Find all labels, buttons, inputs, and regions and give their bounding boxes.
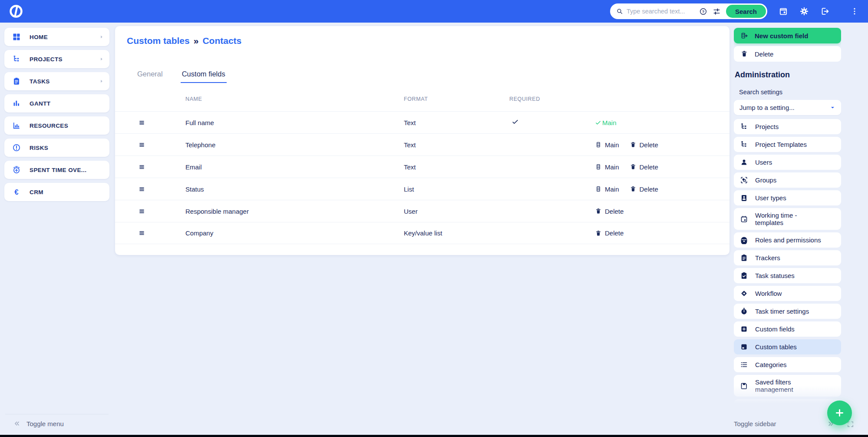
warning-circle-icon bbox=[12, 143, 21, 152]
admin-item-task-timer-settings[interactable]: Task timer settings bbox=[734, 304, 841, 319]
delete-button[interactable]: Delete bbox=[630, 141, 658, 149]
add-fab[interactable] bbox=[827, 401, 852, 425]
drag-handle-icon[interactable] bbox=[138, 141, 145, 149]
chevron-right-icon bbox=[99, 56, 104, 62]
trash-icon bbox=[740, 50, 748, 58]
tab-custom-fields[interactable]: Custom fields bbox=[181, 70, 227, 83]
svg-text:€: € bbox=[14, 188, 18, 196]
admin-item-label: Task statuses bbox=[755, 272, 795, 279]
tab-label: Custom fields bbox=[182, 70, 225, 78]
field-name: Full name bbox=[185, 119, 404, 126]
global-search: ? Search bbox=[610, 3, 767, 19]
drag-handle-icon[interactable] bbox=[138, 229, 145, 237]
main-button[interactable]: Main bbox=[595, 141, 619, 149]
search-button[interactable]: Search bbox=[726, 5, 766, 18]
toggle-menu[interactable]: Toggle menu bbox=[13, 420, 64, 427]
sidebar-item-gantt[interactable]: GANTT bbox=[4, 94, 109, 113]
chevron-right-icon bbox=[99, 34, 104, 40]
edge-toolbar bbox=[850, 30, 859, 110]
admin-item-label: Groups bbox=[755, 176, 776, 184]
exit-icon[interactable] bbox=[820, 7, 830, 16]
admin-item-default-filters[interactable]: Default filters bbox=[734, 399, 841, 408]
square-table-icon bbox=[740, 343, 748, 351]
sidebar-action-new-custom-field[interactable]: New custom field bbox=[734, 28, 841, 43]
trash-icon bbox=[595, 208, 602, 215]
admin-item-custom-tables[interactable]: Custom tables bbox=[734, 339, 841, 354]
dashboard-icon bbox=[12, 33, 21, 41]
sidebar-item-crm[interactable]: € CRM bbox=[4, 183, 109, 201]
window-edge bbox=[0, 435, 868, 437]
admin-item-workflow[interactable]: Workflow bbox=[734, 286, 841, 301]
field-name: Telephone bbox=[185, 141, 404, 149]
admin-item-label: Trackers bbox=[755, 254, 780, 262]
jump-to-setting-select[interactable]: Jump to a setting... bbox=[734, 100, 841, 115]
field-stack-icon bbox=[595, 185, 602, 192]
gear-icon[interactable] bbox=[799, 7, 809, 16]
admin-item-working-time-templates[interactable]: Working time - templates bbox=[734, 208, 841, 230]
drag-handle-icon[interactable] bbox=[138, 185, 145, 193]
kebab-menu-icon[interactable] bbox=[850, 7, 859, 16]
main-button[interactable]: Main bbox=[595, 163, 619, 171]
admin-item-project-templates[interactable]: Project Templates bbox=[734, 137, 841, 152]
admin-item-label: Roles and permissions bbox=[755, 236, 821, 244]
delete-button[interactable]: Delete bbox=[630, 185, 658, 193]
delete-button[interactable]: Delete bbox=[630, 163, 658, 171]
trash-icon bbox=[630, 141, 637, 148]
main-button[interactable]: Main bbox=[595, 185, 619, 193]
trash-icon bbox=[595, 230, 602, 237]
tune-icon[interactable] bbox=[713, 7, 721, 16]
toggle-sidebar[interactable]: Toggle sidebar bbox=[734, 420, 841, 428]
badge-icon bbox=[740, 194, 748, 202]
footer-divider bbox=[5, 414, 109, 414]
breadcrumb-parent[interactable]: Custom tables bbox=[127, 36, 190, 46]
field-format: Text bbox=[404, 141, 509, 149]
helmet-icon bbox=[740, 236, 748, 244]
sidebar-item-risks[interactable]: RISKS bbox=[4, 139, 109, 157]
app-logo[interactable] bbox=[9, 4, 23, 19]
admin-item-saved-filters-management[interactable]: Saved filters management bbox=[734, 375, 841, 397]
required-check-icon bbox=[512, 118, 519, 126]
table-row-object-object: Responsible manager User Delete bbox=[115, 200, 729, 222]
sidebar-action-delete[interactable]: Delete bbox=[734, 46, 841, 62]
admin-item-groups[interactable]: Groups bbox=[734, 172, 841, 188]
stopwatch-icon bbox=[740, 307, 748, 315]
sidebar-item-home[interactable]: HOME bbox=[4, 28, 109, 46]
admin-item-categories[interactable]: Categories bbox=[734, 357, 841, 372]
hierarchy-icon bbox=[12, 55, 21, 63]
admin-list: Projects Project Templates Users Groups … bbox=[734, 119, 841, 408]
sidebar-item-projects[interactable]: PROJECTS bbox=[4, 50, 109, 68]
top-bar: ? Search bbox=[0, 0, 868, 23]
help-icon[interactable]: ? bbox=[699, 7, 707, 16]
sidebar-item-spent-time-ove[interactable]: SPENT TIME OVE... bbox=[4, 161, 109, 179]
admin-item-roles-and-permissions[interactable]: Roles and permissions bbox=[734, 232, 841, 248]
sidebar-item-tasks[interactable]: TASKS bbox=[4, 72, 109, 90]
delete-button[interactable]: Delete bbox=[595, 229, 624, 237]
admin-item-users[interactable]: Users bbox=[734, 155, 841, 170]
jump-to-setting-value: Jump to a setting... bbox=[739, 104, 795, 111]
column-header-format: FORMAT bbox=[404, 96, 509, 102]
drag-handle-icon[interactable] bbox=[138, 208, 145, 215]
calendar-lines-icon bbox=[740, 215, 748, 223]
search-input[interactable] bbox=[623, 8, 696, 15]
list-lines-icon bbox=[740, 361, 748, 369]
sidebar-item-resources[interactable]: RESOURCES bbox=[4, 116, 109, 135]
admin-item-custom-fields[interactable]: Custom fields bbox=[734, 321, 841, 337]
breadcrumb-current[interactable]: Contacts bbox=[202, 36, 241, 46]
calendar-icon[interactable] bbox=[779, 7, 788, 16]
field-format: List bbox=[404, 185, 509, 193]
admin-item-user-types[interactable]: User types bbox=[734, 190, 841, 205]
drag-handle-icon[interactable] bbox=[138, 163, 145, 171]
admin-item-task-statuses[interactable]: Task statuses bbox=[734, 268, 841, 283]
workflow-icon bbox=[740, 289, 748, 298]
column-header-required: REQUIRED bbox=[509, 96, 595, 102]
field-format: User bbox=[404, 208, 509, 215]
drag-handle-icon[interactable] bbox=[138, 119, 145, 126]
field-format: Text bbox=[404, 163, 509, 171]
admin-item-trackers[interactable]: Trackers bbox=[734, 250, 841, 265]
hierarchy-icon bbox=[740, 122, 748, 131]
breadcrumb: Custom tables»Contacts bbox=[127, 36, 241, 46]
admin-item-projects[interactable]: Projects bbox=[734, 119, 841, 134]
sidebar-action-label: New custom field bbox=[755, 32, 808, 40]
tab-general[interactable]: General bbox=[136, 70, 164, 83]
delete-button[interactable]: Delete bbox=[595, 208, 624, 215]
